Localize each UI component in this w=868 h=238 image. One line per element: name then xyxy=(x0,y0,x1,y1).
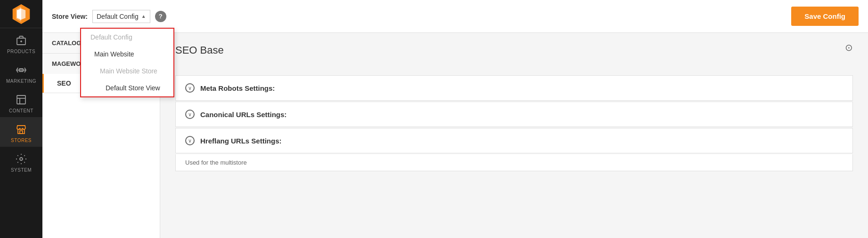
svg-rect-12 xyxy=(18,129,25,134)
sidebar-logo xyxy=(0,0,42,28)
panel-title: SEO Base xyxy=(175,44,224,56)
left-nav-section-label-catalog: CATALOG xyxy=(52,40,81,47)
canonical-urls-section[interactable]: ∨ Canonical URLs Settings: xyxy=(175,102,853,127)
svg-point-14 xyxy=(20,158,23,160)
expand-circle-icon-3: ∨ xyxy=(185,136,195,145)
main-content: Store View: Default Config ▲ ? Default C… xyxy=(42,0,868,238)
meta-robots-title: Meta Robots Settings: xyxy=(200,84,275,92)
canonical-urls-title: Canonical URLs Settings: xyxy=(200,111,287,119)
box-icon xyxy=(15,34,28,47)
sidebar-item-marketing[interactable]: MARKETING xyxy=(0,58,42,87)
store-view-label: Store View: xyxy=(52,13,88,20)
panel-collapse-button[interactable]: ⊙ xyxy=(845,42,853,53)
sidebar-item-label-marketing: MARKETING xyxy=(6,79,36,84)
sidebar-item-label-system: SYSTEM xyxy=(11,167,32,173)
dropdown-item-main-website[interactable]: Main Website xyxy=(81,46,173,63)
sidebar-item-label-products: PRODUCTS xyxy=(7,49,35,54)
dropdown-item-default-store-view[interactable]: Default Store View xyxy=(81,79,173,96)
sidebar-item-products[interactable]: PRODUCTS xyxy=(0,28,42,58)
svg-marker-4 xyxy=(17,8,21,20)
sidebar-item-label-stores: STORES xyxy=(11,138,32,143)
svg-rect-13 xyxy=(20,131,23,134)
store-view-dropdown-menu: Default Config Main Website Main Website… xyxy=(80,28,174,97)
magento-logo-icon xyxy=(11,4,31,24)
used-for-multistore-text: Used for the multistore xyxy=(175,154,853,171)
layout-icon xyxy=(15,93,28,106)
expand-circle-icon-2: ∨ xyxy=(185,110,195,119)
right-panel: SEO Base ⊙ ∨ Meta Robots Settings: ∨ Can… xyxy=(160,33,868,238)
sidebar: PRODUCTS MARKETING CONTENT xyxy=(0,0,42,238)
dropdown-item-main-website-store[interactable]: Main Website Store xyxy=(81,63,173,79)
sidebar-item-stores[interactable]: STORES xyxy=(0,117,42,147)
chevron-up-circle-icon: ⊙ xyxy=(845,42,853,53)
expand-circle-icon: ∨ xyxy=(185,83,195,93)
sidebar-item-system[interactable]: SYSTEM xyxy=(0,147,42,176)
dropdown-item-default-config[interactable]: Default Config xyxy=(81,29,173,46)
hreflang-urls-title: Hreflang URLs Settings: xyxy=(200,137,282,145)
store-view-value: Default Config xyxy=(97,13,139,20)
dropdown-arrow-icon: ▲ xyxy=(141,14,146,19)
help-icon[interactable]: ? xyxy=(155,11,166,22)
hreflang-urls-section[interactable]: ∨ Hreflang URLs Settings: xyxy=(175,128,853,153)
header-bar: Store View: Default Config ▲ ? Default C… xyxy=(42,0,868,33)
meta-robots-section[interactable]: ∨ Meta Robots Settings: xyxy=(175,75,853,101)
megaphone-icon xyxy=(15,63,28,77)
store-view-dropdown[interactable]: Default Config ▲ xyxy=(92,10,150,23)
sidebar-item-content[interactable]: CONTENT xyxy=(0,87,42,117)
store-icon xyxy=(15,123,28,136)
store-view-section: Store View: Default Config ▲ ? Default C… xyxy=(52,10,166,23)
sidebar-item-label-content: CONTENT xyxy=(9,108,33,113)
gear-icon xyxy=(15,152,28,166)
svg-marker-3 xyxy=(21,8,25,20)
collapse-panel-icon[interactable]: « xyxy=(844,7,859,26)
svg-rect-9 xyxy=(17,95,25,104)
